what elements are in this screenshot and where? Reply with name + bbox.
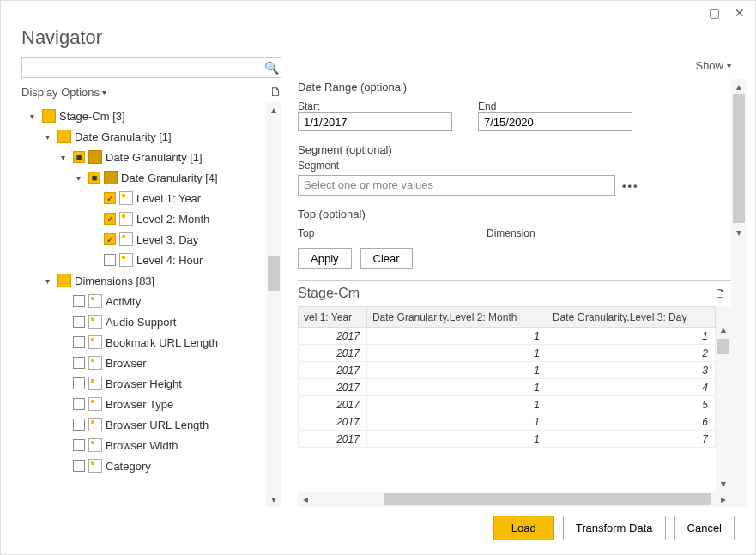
tree-item[interactable]: ✓Level 3: Day (21, 229, 263, 250)
tree-item[interactable]: Browser Type (21, 394, 263, 414)
table-row[interactable]: 201711 (299, 328, 716, 345)
table-cell: 1 (366, 431, 547, 448)
table-row[interactable]: 201715 (299, 396, 716, 413)
table-row[interactable]: 201714 (299, 379, 716, 396)
level-icon (119, 253, 133, 267)
tree-item[interactable]: ▾■Date Granularity [4] (21, 167, 263, 188)
table-vscrollbar[interactable]: ▴ ▾ (716, 306, 731, 492)
tree-item-label: Level 2: Month (136, 213, 209, 226)
tree-scrollbar[interactable]: ▴ ▾ (266, 102, 281, 507)
column-header[interactable]: Date Granularity.Level 3: Day (547, 307, 715, 328)
preview-refresh-icon[interactable]: 🗋 (714, 287, 726, 300)
show-label[interactable]: Show (695, 59, 723, 72)
apply-button[interactable]: Apply (298, 248, 352, 269)
table-row[interactable]: 201717 (299, 431, 716, 448)
column-header[interactable]: vel 1: Year (299, 307, 367, 328)
tree-item[interactable]: ▾Date Granularity [1] (21, 126, 263, 147)
navigator-window: ▢ ✕ Navigator 🔍 Display Options ▾ 🗋 ▾Sta… (0, 0, 756, 555)
footer: Load Transform Data Cancel (1, 507, 755, 554)
checkbox[interactable] (73, 336, 85, 348)
tree-item[interactable]: Level 4: Hour (21, 250, 263, 270)
checkbox[interactable]: ■ (88, 172, 100, 184)
caret-icon[interactable]: ▾ (76, 173, 85, 183)
dim-icon (88, 335, 102, 349)
search-input[interactable] (22, 62, 262, 75)
dim-icon (88, 418, 102, 431)
titlebar: ▢ ✕ (1, 1, 755, 20)
clear-button[interactable]: Clear (360, 248, 413, 269)
level-icon (119, 191, 133, 205)
refresh-icon[interactable]: 🗋 (269, 85, 281, 99)
dim-icon (88, 377, 102, 390)
tree-item[interactable]: Category (21, 455, 263, 476)
checkbox[interactable] (73, 398, 85, 410)
table-row[interactable]: 201716 (299, 413, 716, 431)
ellipsis-icon[interactable]: ••• (622, 179, 639, 192)
table-hscrollbar[interactable]: ◂ ▸ (298, 492, 731, 507)
checkbox[interactable]: ✓ (104, 192, 116, 204)
column-header[interactable]: Date Granularity.Level 2: Month (366, 307, 547, 328)
tree-item[interactable]: Browser URL Length (21, 414, 263, 435)
tree-item[interactable]: ✓Level 1: Year (21, 188, 263, 208)
checkbox[interactable]: ■ (73, 151, 85, 163)
table-cell: 1 (366, 362, 547, 379)
table-cell: 2 (547, 345, 715, 362)
dimension-label: Dimension (487, 227, 535, 239)
tree-item[interactable]: Browser (21, 353, 263, 373)
checkbox[interactable] (73, 460, 85, 472)
end-input[interactable] (478, 112, 632, 131)
search-icon[interactable]: 🔍 (262, 61, 281, 75)
tree-item-label: Stage-Cm [3] (59, 110, 125, 123)
checkbox[interactable] (73, 295, 85, 307)
left-panel: 🔍 Display Options ▾ 🗋 ▾Stage-Cm [3]▾Date… (21, 57, 287, 507)
caret-icon[interactable]: ▾ (61, 153, 70, 162)
table-cell: 1 (366, 328, 547, 345)
tree-item[interactable]: Activity (21, 291, 263, 311)
checkbox[interactable] (104, 254, 116, 266)
chevron-down-icon[interactable]: ▾ (102, 87, 106, 97)
table-row[interactable]: 201712 (299, 345, 716, 362)
tree-item-label: Browser (106, 357, 147, 370)
checkbox[interactable]: ✓ (104, 213, 116, 225)
close-icon[interactable]: ✕ (731, 6, 748, 20)
tree-item[interactable]: Bookmark URL Length (21, 332, 263, 353)
right-panel: Show ▾ Date Range (optional) Start End (287, 57, 747, 507)
tree-item[interactable]: ✓Level 2: Month (21, 208, 263, 229)
tree-item[interactable]: Browser Height (21, 373, 263, 394)
right-scrollbar[interactable]: ▴ ▾ (731, 79, 747, 507)
table-cell: 1 (366, 413, 547, 431)
tree-item[interactable]: ▾Stage-Cm [3] (21, 106, 263, 126)
preview-table: vel 1: YearDate Granularity.Level 2: Mon… (298, 306, 716, 448)
maximize-icon[interactable]: ▢ (705, 6, 723, 20)
table-row[interactable]: 201713 (299, 362, 716, 379)
checkbox[interactable] (73, 357, 85, 369)
search-box[interactable]: 🔍 (21, 57, 281, 78)
start-input[interactable] (298, 112, 452, 131)
checkbox[interactable] (73, 439, 85, 451)
tree-item[interactable]: Browser Width (21, 435, 263, 455)
transform-data-button[interactable]: Transform Data (563, 516, 666, 540)
table-cell: 1 (366, 345, 547, 362)
checkbox[interactable]: ✓ (104, 233, 116, 245)
display-options-label[interactable]: Display Options (21, 86, 100, 99)
tree-item[interactable]: ▾■Date Granularity [1] (21, 147, 263, 167)
tree: ▾Stage-Cm [3]▾Date Granularity [1]▾■Date… (21, 102, 266, 507)
table-cell: 2017 (299, 362, 367, 379)
caret-icon[interactable]: ▾ (30, 112, 39, 121)
tree-item[interactable]: Audio Support (21, 311, 263, 332)
table-cell: 5 (547, 396, 715, 413)
segment-label: Segment (298, 160, 731, 172)
table-cell: 4 (547, 379, 715, 396)
chevron-down-icon[interactable]: ▾ (727, 61, 731, 70)
dim-icon (88, 315, 102, 329)
segment-select[interactable]: Select one or more values (298, 175, 615, 196)
checkbox[interactable] (73, 419, 85, 431)
checkbox[interactable] (73, 377, 85, 389)
tree-item[interactable]: ▾Dimensions [83] (21, 270, 263, 291)
cancel-button[interactable]: Cancel (674, 516, 735, 540)
caret-icon[interactable]: ▾ (45, 132, 54, 142)
caret-icon[interactable]: ▾ (45, 276, 54, 286)
tree-item-label: Date Granularity [1] (75, 130, 172, 143)
load-button[interactable]: Load (493, 516, 554, 540)
checkbox[interactable] (73, 316, 85, 328)
